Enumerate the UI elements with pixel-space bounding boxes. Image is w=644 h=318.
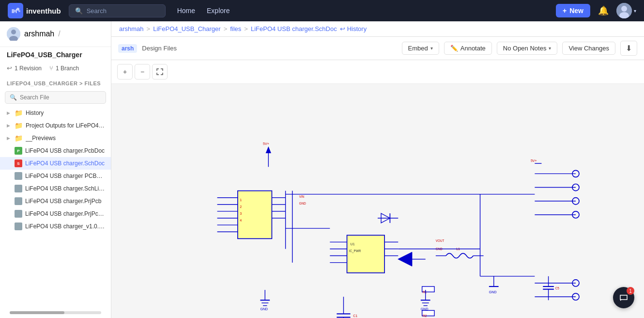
breadcrumb-sep-3: > [244, 25, 248, 32]
list-item[interactable]: ▶ LiFePO4 USB charger.PrjPcb [0, 195, 111, 207]
notes-chevron-icon: ▾ [549, 46, 551, 51]
svg-rect-11 [238, 191, 272, 239]
branch-label: 1 Branch [56, 65, 79, 72]
search-file-input[interactable] [20, 94, 101, 101]
list-item[interactable]: ▶ 📁 Project Outputs for LiFePO4 USB [0, 119, 111, 132]
search-file-bar[interactable]: 🔍 [5, 91, 106, 104]
revision-label: 1 Revision [15, 65, 42, 72]
file-name: LiFePO4 USB charger_v1.0.OutJo [25, 223, 105, 230]
list-item[interactable]: ▶ P LiFePO4 USB charger.PcbDoc [0, 144, 111, 157]
svg-text:C5: C5 [555, 286, 560, 290]
list-item[interactable]: ▶ 📁 History [0, 107, 111, 119]
nav-explore[interactable]: Explore [207, 7, 230, 15]
file-name: LiFePO4 USB charger.PcbDoc [25, 147, 105, 154]
svg-text:C1: C1 [353, 314, 357, 318]
revision-stat[interactable]: ↩ 1 Revision [7, 64, 42, 72]
file-name: LiFePO4 USB charger PCBLib.Pcb [25, 173, 105, 179]
user-menu[interactable]: ▾ [616, 3, 636, 18]
avatar [616, 3, 632, 18]
svg-text:5V+: 5V+ [531, 159, 537, 162]
sidebar-username: arshmah [24, 30, 54, 38]
logo[interactable]: IH inventhub [8, 3, 61, 18]
svg-text:R2: R2 [423, 314, 427, 318]
svg-point-8 [11, 30, 16, 34]
view-changes-button[interactable]: View Changes [562, 42, 615, 55]
breadcrumb-history-label: History [347, 25, 367, 32]
generic-file-icon [15, 210, 22, 218]
file-name: LiFePO4 USB charger.PrjPcb [25, 198, 101, 205]
schematic-viewer: + − [111, 60, 644, 318]
generic-file-icon [15, 223, 22, 230]
generic-file-icon [15, 185, 22, 192]
list-item[interactable]: ▶ LiFePO4 USB charger.PrjPcbStru [0, 207, 111, 220]
breadcrumb-project[interactable]: LiFePO4_USB_Charger [153, 25, 220, 32]
breadcrumb-folder[interactable]: files [230, 25, 241, 32]
svg-text:4: 4 [240, 219, 242, 222]
svg-text:U1: U1 [351, 242, 355, 246]
breadcrumb-sep-2: > [224, 25, 228, 32]
logo-icon: IH [8, 3, 23, 18]
download-icon: ⬇ [626, 44, 632, 52]
list-item[interactable]: ▶ LiFePO4 USB charger PCBLib.Pcb [0, 170, 111, 182]
svg-point-3 [18, 10, 20, 12]
nav-home[interactable]: Home [177, 7, 195, 15]
breadcrumb-user[interactable]: arshmah [119, 25, 144, 32]
content-area: arshmah > LiFePO4_USB_Charger > files > … [111, 21, 644, 318]
sidebar-user[interactable]: arshmah / [0, 21, 111, 47]
breadcrumb-history[interactable]: ↩ History [340, 25, 367, 32]
chat-button[interactable]: 1 [613, 287, 634, 308]
folder-icon: 📁 [15, 122, 23, 129]
file-tree: ▶ 📁 History ▶ 📁 Project Outputs for LiFe… [0, 107, 111, 307]
list-item[interactable]: ▶ S LiFePO4 USB charger.SchDoc [0, 157, 111, 170]
list-item[interactable]: ▶ LiFePO4 USB charger_v1.0.OutJo [0, 220, 111, 233]
notification-bell[interactable]: 🔔 [598, 5, 609, 16]
svg-text:GND: GND [421, 307, 429, 311]
pcb-file-icon: P [15, 147, 22, 155]
breadcrumb-sep-1: > [147, 25, 151, 32]
folder-icon: 📁 [15, 134, 23, 142]
toolbar: arsh Design Files Embed ▾ ✏️ Annotate No… [111, 37, 644, 60]
search-icon: 🔍 [75, 7, 83, 15]
chevron-right-icon: ▶ [7, 123, 12, 128]
view-changes-label: View Changes [568, 45, 609, 52]
embed-button[interactable]: Embed ▾ [402, 42, 439, 55]
logo-text: inventhub [26, 7, 61, 15]
file-name: Project Outputs for LiFePO4 USB [26, 122, 106, 129]
embed-chevron-icon: ▾ [430, 46, 433, 51]
branch-icon: ⑂ [49, 64, 53, 72]
zoom-out-button[interactable]: − [135, 64, 150, 80]
sidebar-section: LIFEPO4_USB_CHARGER > FILES [0, 77, 111, 88]
chevron-right-icon: ▶ [7, 111, 12, 115]
zoom-in-button[interactable]: + [117, 64, 133, 80]
branch-stat[interactable]: ⑂ 1 Branch [49, 64, 79, 72]
breadcrumb-file[interactable]: LiFePO4 USB charger.SchDoc [251, 25, 337, 32]
svg-text:GND: GND [489, 290, 497, 294]
svg-rect-28 [347, 235, 385, 273]
nav-links: Home Explore [177, 7, 230, 15]
branch-badge: arsh [118, 44, 137, 53]
list-item[interactable]: ▶ 📁 __Previews [0, 132, 111, 144]
list-item[interactable]: ▶ LiFePO4 USB charger.SchLib.Sch [0, 182, 111, 195]
search-file-icon: 🔍 [10, 94, 17, 101]
new-button[interactable]: + New [556, 4, 590, 17]
design-files-label: Design Files [142, 45, 177, 52]
download-button[interactable]: ⬇ [620, 41, 637, 56]
chat-badge: 1 [627, 287, 634, 295]
svg-text:GND: GND [260, 307, 268, 311]
top-nav: IH inventhub 🔍 Search Home Explore + New… [0, 0, 644, 21]
annotate-button[interactable]: ✏️ Annotate [444, 42, 492, 55]
generic-file-icon [15, 197, 22, 205]
sidebar-scrollbar[interactable] [10, 311, 101, 314]
notes-button[interactable]: No Open Notes ▾ [497, 42, 558, 55]
sidebar-slash: / [58, 30, 60, 38]
svg-point-5 [621, 6, 627, 12]
sch-file-icon: S [15, 159, 22, 167]
fullscreen-button[interactable] [152, 64, 168, 80]
file-name: __Previews [26, 135, 56, 142]
svg-text:GND: GND [299, 202, 306, 205]
project-title[interactable]: LiFePO4_USB_Charger [0, 47, 111, 63]
notes-label: No Open Notes [503, 45, 547, 52]
search-bar[interactable]: 🔍 Search [69, 4, 166, 17]
breadcrumb: arshmah > LiFePO4_USB_Charger > files > … [111, 21, 644, 37]
schematic-canvas[interactable]: 1 2 3 4 U1 IC_PWR [111, 84, 644, 318]
